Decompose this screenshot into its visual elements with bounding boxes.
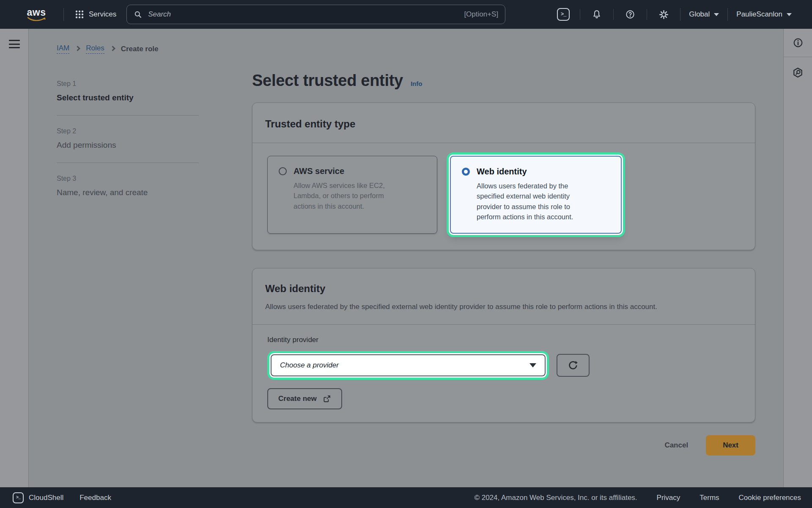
wizard-actions: Cancel Next <box>252 435 755 456</box>
step-item-3: Step 3 Name, review, and create <box>57 175 199 210</box>
cookie-preferences-link[interactable]: Cookie preferences <box>739 494 801 502</box>
identity-provider-select[interactable]: Choose a provider <box>271 354 546 376</box>
identity-provider-label: Identity provider <box>267 336 740 344</box>
nav-divider <box>680 8 680 21</box>
card-header: Trusted entity type <box>252 103 755 143</box>
services-menu-button[interactable]: Services <box>75 10 116 19</box>
privacy-link[interactable]: Privacy <box>657 494 680 502</box>
caret-down-icon <box>529 363 536 367</box>
refresh-providers-button[interactable] <box>557 354 590 377</box>
breadcrumb-current: Create role <box>121 45 159 53</box>
nav-divider <box>63 8 64 21</box>
entity-type-options: AWS service Allow AWS services like EC2,… <box>252 143 755 250</box>
search-shortcut-hint: [Option+S] <box>464 10 498 19</box>
global-search[interactable]: [Option+S] <box>126 5 505 24</box>
option-web-identity[interactable]: Web identity Allows users federated by t… <box>450 156 622 234</box>
question-circle-icon <box>625 9 635 19</box>
breadcrumb-link-iam[interactable]: IAM <box>57 44 69 54</box>
bell-icon <box>592 9 602 19</box>
cloudshell-label: CloudShell <box>29 494 63 502</box>
nav-divider <box>580 9 580 20</box>
card-description: Allows users federated by the specified … <box>265 301 690 312</box>
radio-unselected-icon[interactable] <box>279 167 287 175</box>
footer-left-group: >_ CloudShell Feedback <box>13 492 111 503</box>
terminal-icon: >_ <box>557 8 570 21</box>
create-new-label: Create new <box>278 395 317 403</box>
web-identity-card: Web identity Allows users federated by t… <box>252 268 755 422</box>
option-description: Allow AWS services like EC2, Lambda, or … <box>294 180 395 211</box>
services-label: Services <box>89 10 116 19</box>
aws-logo[interactable]: aws <box>26 8 47 22</box>
create-new-provider-button[interactable]: Create new <box>267 388 342 409</box>
chevron-right-icon <box>110 46 115 51</box>
settings-button[interactable] <box>654 5 673 24</box>
nav-divider <box>647 9 647 20</box>
steps-sidebar: Step 1 Select trusted entity Step 2 Add … <box>57 66 199 456</box>
external-link-icon <box>323 395 331 403</box>
page-layout: Step 1 Select trusted entity Step 2 Add … <box>57 66 783 456</box>
card-title: Trusted entity type <box>265 118 742 130</box>
info-panel-button[interactable] <box>784 29 812 57</box>
menu-hamburger-icon[interactable] <box>9 40 20 48</box>
trusted-entity-type-card: Trusted entity type AWS service Allow AW… <box>252 102 755 250</box>
services-grid-icon <box>75 10 84 19</box>
provider-select-row: Choose a provider <box>267 350 740 381</box>
page-title: Select trusted entity <box>252 72 403 90</box>
region-selector[interactable]: Global <box>689 10 719 19</box>
option-head: Web identity <box>462 167 612 177</box>
region-label: Global <box>689 10 710 19</box>
option-head: AWS service <box>279 166 428 176</box>
caret-down-icon <box>787 13 792 16</box>
step-title: Name, review, and create <box>57 188 199 197</box>
info-circle-icon <box>793 37 804 48</box>
search-input[interactable] <box>148 10 464 19</box>
chevron-right-icon <box>75 46 80 51</box>
account-menu[interactable]: PaulieScanlon <box>736 10 792 19</box>
info-link[interactable]: Info <box>411 80 422 87</box>
main-content: IAM Roles Create role Step 1 Select trus… <box>29 29 783 487</box>
help-button[interactable] <box>621 5 639 24</box>
resources-panel-button[interactable] <box>784 57 812 88</box>
step-label: Step 2 <box>57 127 199 135</box>
page-title-row: Select trusted entity Info <box>252 72 755 90</box>
step-title: Add permissions <box>57 141 199 150</box>
aws-logo-text: aws <box>27 8 46 17</box>
step-item-1: Step 1 Select trusted entity <box>57 80 199 116</box>
top-navbar: aws Services [Option+S] >_ <box>0 0 812 29</box>
card-header: Web identity Allows users federated by t… <box>252 268 755 324</box>
refresh-icon <box>568 360 579 371</box>
cancel-button[interactable]: Cancel <box>664 441 688 450</box>
next-button[interactable]: Next <box>706 435 755 456</box>
cloudshell-footer-button[interactable]: >_ CloudShell <box>13 492 63 503</box>
select-value: Choose a provider <box>280 361 529 370</box>
option-title: Web identity <box>477 167 527 177</box>
breadcrumb: IAM Roles Create role <box>57 44 783 54</box>
option-aws-service[interactable]: AWS service Allow AWS services like EC2,… <box>267 156 437 234</box>
step-title: Select trusted entity <box>57 93 199 102</box>
nav-divider <box>727 8 728 21</box>
identity-provider-section: Identity provider Choose a provider <box>252 325 755 422</box>
terms-link[interactable]: Terms <box>700 494 719 502</box>
option-title: AWS service <box>294 166 344 176</box>
aws-smile-icon <box>27 17 46 22</box>
search-icon <box>134 10 143 19</box>
radio-selected-icon[interactable] <box>462 168 470 176</box>
navbar-right-group: >_ <box>547 5 800 24</box>
console-footer: >_ CloudShell Feedback © 2024, Amazon We… <box>0 487 812 508</box>
account-label: PaulieScanlon <box>736 10 782 19</box>
card-title: Web identity <box>265 283 742 295</box>
step-item-2: Step 2 Add permissions <box>57 127 199 163</box>
breadcrumb-link-roles[interactable]: Roles <box>86 44 104 54</box>
cloudshell-button[interactable]: >_ <box>554 5 573 24</box>
gear-icon <box>659 10 669 19</box>
right-panel-rail <box>783 29 812 487</box>
footer-right-group: © 2024, Amazon Web Services, Inc. or its… <box>474 494 801 502</box>
main-column: Select trusted entity Info Trusted entit… <box>252 66 755 456</box>
step-label: Step 1 <box>57 80 199 88</box>
caret-down-icon <box>714 13 719 16</box>
feedback-link[interactable]: Feedback <box>80 494 111 502</box>
nav-divider <box>613 9 614 20</box>
hexagon-magnifier-icon <box>792 67 804 78</box>
option-description: Allows users federated by the specified … <box>477 181 586 222</box>
notifications-button[interactable] <box>587 5 606 24</box>
